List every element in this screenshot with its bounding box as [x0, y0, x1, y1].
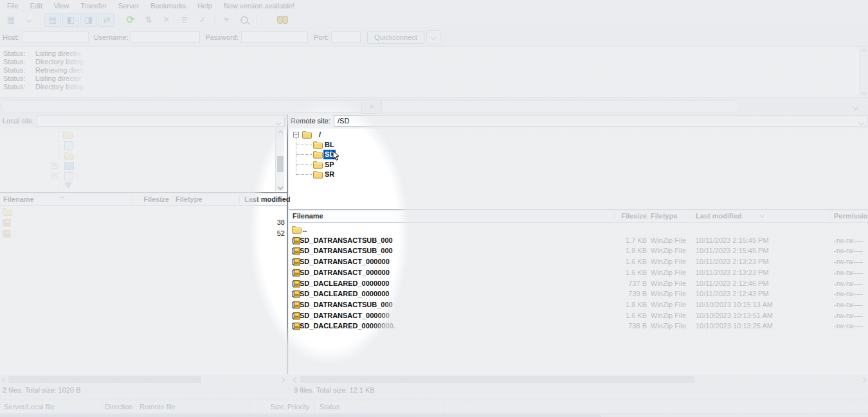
filter-button[interactable]: ≡: [218, 13, 235, 27]
column-header-filesize[interactable]: Filesize: [122, 195, 169, 203]
scroll-up-button[interactable]: [276, 129, 285, 137]
file-name[interactable]: SD_DACLEARED_00000000.: [300, 321, 408, 332]
menu-edit[interactable]: Edit: [24, 1, 48, 10]
menu-server[interactable]: Server: [113, 1, 145, 10]
file-row[interactable]: 52: [0, 228, 287, 239]
parent-directory-row[interactable]: ..: [289, 224, 868, 235]
tree-item-label[interactable]: SR: [323, 170, 336, 179]
column-divider[interactable]: [444, 402, 444, 412]
chevron-down-icon[interactable]: [860, 118, 863, 126]
queue-column-direction[interactable]: Direction: [105, 403, 132, 411]
file-name[interactable]: SD_DATRANSACT_000000: [300, 256, 408, 267]
file-row[interactable]: SD_DATRANSACT_0000001.6 KBWinZip File10/…: [289, 256, 868, 267]
tree-item-bl[interactable]: BL: [289, 140, 482, 150]
port-input[interactable]: [331, 31, 361, 43]
column-divider[interactable]: [285, 402, 286, 412]
column-divider[interactable]: [249, 402, 250, 412]
parent-directory-label[interactable]: ..: [303, 224, 307, 235]
column-header-last-modified[interactable]: Last modified: [696, 212, 742, 220]
file-row[interactable]: SD_DATRANSACTSUB_0001.7 KBWinZip File10/…: [289, 235, 868, 246]
scrollbar-thumb[interactable]: [300, 376, 694, 383]
file-row[interactable]: SD_DATRANSACTSUB_0001.8 KBWinZip File10/…: [289, 245, 868, 256]
column-divider[interactable]: [614, 211, 615, 220]
refresh-button[interactable]: ⟳: [122, 13, 139, 27]
toggle-local-tree-button[interactable]: ◧: [62, 13, 79, 27]
host-input[interactable]: [22, 31, 89, 43]
tree-item-sp[interactable]: SP: [289, 160, 482, 170]
file-name[interactable]: SD_DATRANSACTSUB_000: [300, 245, 408, 256]
toggle-message-log-button[interactable]: ▤: [44, 13, 61, 27]
tree-item-label[interactable]: BL: [323, 140, 336, 150]
search-button[interactable]: [236, 13, 253, 27]
site-manager-dropdown-button[interactable]: [21, 13, 37, 27]
column-divider[interactable]: [136, 402, 136, 412]
toggle-remote-tree-button[interactable]: ◨: [80, 13, 97, 27]
scrollbar-thumb[interactable]: [277, 156, 284, 172]
menu-view[interactable]: View: [48, 1, 75, 10]
pane-divider[interactable]: [287, 114, 288, 374]
file-row[interactable]: SD_DACLEARED_0000000737 BWinZip File10/1…: [289, 278, 868, 289]
quickconnect-button[interactable]: Quickconnect: [367, 31, 424, 44]
file-name[interactable]: SD_DATRANSACT_000000: [300, 267, 408, 278]
splitter[interactable]: [0, 192, 287, 193]
username-input[interactable]: [131, 31, 200, 43]
menu-help[interactable]: Help: [192, 1, 218, 10]
directory-comparison-button[interactable]: ≣: [176, 13, 193, 27]
queue-column-priority[interactable]: Priority: [287, 403, 309, 411]
local-hscrollbar[interactable]: [0, 375, 287, 384]
log-scrollbar[interactable]: [859, 47, 868, 97]
column-header-filename[interactable]: Filename: [3, 195, 34, 203]
tree-item-root[interactable]: −/: [289, 130, 482, 139]
scroll-left-button[interactable]: [0, 375, 9, 384]
cancel-operation-button[interactable]: ✕: [158, 13, 175, 27]
chevron-down-icon[interactable]: [276, 118, 280, 126]
tree-collapse-icon[interactable]: −: [293, 132, 299, 138]
file-row[interactable]: 38: [0, 217, 287, 228]
site-manager-button[interactable]: ▦: [3, 13, 19, 27]
queue-column-remote-file[interactable]: Remote file: [140, 403, 176, 411]
tree-item-sd[interactable]: SD: [289, 150, 482, 159]
file-row[interactable]: SD_DACLEARED_00000000.738 BWinZip File10…: [289, 321, 868, 332]
file-row[interactable]: SD_DACLEARED_0000000739 BWinZip File10/1…: [289, 288, 868, 299]
file-name[interactable]: SD_DACLEARED_0000000: [300, 288, 408, 299]
column-divider[interactable]: [132, 195, 132, 204]
file-name[interactable]: SD_DATRANSACTSUB_000: [300, 299, 408, 310]
file-row[interactable]: SD_DATRANSACT_0000001.6 KBWinZip File10/…: [289, 310, 868, 321]
local-site-combobox[interactable]: [37, 115, 285, 127]
scroll-up-button[interactable]: [860, 47, 868, 55]
find-files-button[interactable]: [274, 13, 291, 27]
quickconnect-dropdown-button[interactable]: [426, 30, 440, 44]
column-divider[interactable]: [692, 211, 692, 220]
column-header-last-modified[interactable]: Last modified: [244, 195, 291, 203]
file-row[interactable]: [0, 206, 287, 217]
file-name[interactable]: SD_DATRANSACTSUB_000: [300, 235, 408, 246]
synchronized-browsing-button[interactable]: ✓: [194, 13, 211, 27]
toggle-transfer-queue-button[interactable]: ⇄: [98, 13, 115, 27]
scrollbar-thumb[interactable]: [8, 376, 201, 383]
tab-strip-dropdown[interactable]: [854, 103, 858, 111]
column-divider[interactable]: [102, 402, 102, 412]
file-name[interactable]: SD_DATRANSACT_000000: [300, 310, 408, 321]
column-header-filename[interactable]: Filename: [293, 212, 323, 220]
column-divider[interactable]: [239, 195, 240, 204]
scroll-left-button[interactable]: [291, 375, 300, 384]
file-row[interactable]: SD_DATRANSACT_0000001.6 KBWinZip File10/…: [289, 267, 868, 278]
column-divider[interactable]: [314, 402, 315, 412]
column-divider[interactable]: [647, 211, 647, 220]
remote-site-combobox[interactable]: /SD: [334, 115, 867, 127]
scroll-down-button[interactable]: [276, 182, 285, 191]
column-header-filetype[interactable]: Filetype: [651, 212, 678, 220]
queue-column-status[interactable]: Status: [320, 403, 339, 411]
column-divider[interactable]: [172, 195, 172, 204]
menu-file[interactable]: File: [1, 1, 24, 10]
remote-hscrollbar[interactable]: [289, 375, 868, 384]
splitter[interactable]: [289, 209, 868, 210]
menu-new-version-available[interactable]: New version available!: [218, 1, 300, 10]
password-input[interactable]: [241, 31, 308, 43]
column-header-filetype[interactable]: Filetype: [176, 195, 203, 203]
tree-expander-icon[interactable]: +: [51, 173, 57, 179]
queue-column-size[interactable]: Size: [251, 403, 284, 411]
column-divider[interactable]: [831, 211, 831, 220]
process-queue-button[interactable]: ⇅: [140, 13, 157, 27]
scroll-right-button[interactable]: [278, 375, 287, 384]
